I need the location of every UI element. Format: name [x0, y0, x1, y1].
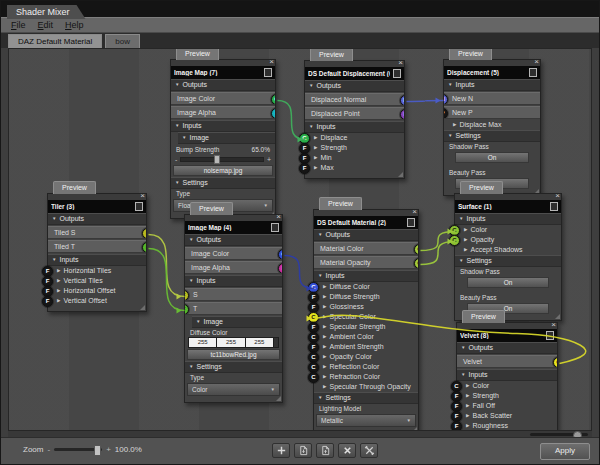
close-icon[interactable]: ×	[398, 59, 403, 67]
section-outputs[interactable]: ▼Outputs	[457, 342, 557, 354]
node-ds-default-material-2[interactable]: Preview×DS Default Material (2)▼OutputsM…	[313, 209, 419, 431]
apply-button[interactable]: Apply	[540, 443, 590, 460]
preview-tab[interactable]: Preview	[449, 48, 492, 60]
node-title-bar[interactable]: Surface (1)	[455, 200, 561, 213]
section-image[interactable]: ▼Image	[192, 316, 282, 328]
close-icon[interactable]: ×	[551, 321, 556, 329]
menu-edit[interactable]: Edit	[32, 20, 60, 30]
connector-n3s[interactable]: F	[142, 228, 146, 239]
dropdown-color[interactable]: Color▼	[187, 383, 280, 396]
import-button[interactable]	[294, 443, 312, 458]
connector-n4s[interactable]: F	[185, 290, 189, 301]
value-spinner[interactable]	[274, 338, 278, 347]
node-displacement-5[interactable]: Preview×Displacement (5)▼InputsNew NNNew…	[443, 59, 541, 196]
close-icon[interactable]: ×	[140, 192, 145, 200]
connector-n5newp[interactable]: P	[444, 108, 448, 119]
on-button[interactable]: On	[467, 277, 550, 288]
section-inputs[interactable]: ▼Inputs	[444, 79, 540, 91]
resize-grip[interactable]	[305, 173, 404, 178]
node-title-bar[interactable]: Tiler (3)	[48, 200, 146, 213]
node-options-icon[interactable]	[407, 218, 415, 227]
section-outputs[interactable]: ▼Outputs	[171, 79, 275, 91]
tab-daz-default-material[interactable]: DAZ Default Material	[8, 34, 102, 48]
delete-button[interactable]	[338, 443, 356, 458]
connector[interactable]: C	[308, 372, 319, 383]
color-value[interactable]: 255	[217, 338, 244, 347]
close-icon[interactable]: ×	[534, 58, 539, 66]
node-tiler-3[interactable]: Preview×Tiler (3)▼OutputsTiled SFTiled T…	[47, 193, 147, 312]
node-ds-default-displacement-6[interactable]: Preview×DS Default Displacement (6)▼Outp…	[304, 60, 405, 179]
dropdown-metallic[interactable]: Metallic▼	[316, 414, 416, 427]
section-outputs[interactable]: ▼Outputs	[314, 229, 418, 241]
node-image-map-7[interactable]: Preview×Image Map (7)▼OutputsImage Color…	[170, 59, 276, 219]
section-settings[interactable]: ▼Settings	[444, 130, 540, 142]
section-inputs[interactable]: ▼Inputs	[48, 254, 146, 266]
section-settings[interactable]: ▼Settings	[455, 255, 561, 267]
connector-n6point[interactable]: P	[400, 109, 404, 120]
slider-minus[interactable]: -	[175, 156, 177, 163]
connector-n8velvet[interactable]: C	[553, 357, 557, 368]
section-inputs[interactable]: ▼Inputs	[185, 275, 282, 287]
zoom-plus[interactable]: +	[106, 445, 111, 454]
scrollbar-track[interactable]	[530, 433, 588, 436]
close-icon[interactable]: ×	[555, 192, 560, 200]
connector-n4alpha[interactable]: F	[278, 263, 282, 274]
zoom-slider[interactable]	[54, 448, 102, 451]
slider-thumb[interactable]	[214, 155, 220, 164]
resize-grip[interactable]	[185, 397, 282, 402]
connector-n6norm[interactable]: N	[400, 95, 404, 106]
section-settings[interactable]: ▼Settings	[185, 361, 282, 373]
section-inputs[interactable]: ▼Inputs	[171, 120, 275, 132]
section-outputs[interactable]: ▼Outputs	[305, 80, 404, 92]
connector[interactable]: F	[299, 163, 310, 174]
connector-im7alpha[interactable]: F	[271, 108, 275, 119]
preview-tab[interactable]: Preview	[176, 48, 219, 60]
node-image-map-4[interactable]: Preview×Image Map (4)▼OutputsImage Color…	[184, 214, 283, 403]
section-inputs[interactable]: ▼Inputs	[457, 369, 557, 381]
tools-button[interactable]	[360, 443, 378, 458]
noisemap-jpg-button[interactable]: noisemap.jpg	[173, 165, 273, 176]
node-options-icon[interactable]	[264, 68, 272, 77]
close-icon[interactable]: ×	[276, 213, 281, 221]
preview-tab[interactable]: Preview	[319, 197, 362, 210]
preview-tab[interactable]: Preview	[310, 48, 353, 61]
connector-n5newn[interactable]: N	[444, 94, 448, 105]
node-velvet-8[interactable]: Preview×Velvet (8)▼OutputsVelvetC▼Inputs…	[456, 322, 558, 431]
node-title-bar[interactable]: Image Map (7)	[171, 66, 275, 79]
menu-file[interactable]: File	[5, 20, 32, 30]
on-button[interactable]: On	[455, 152, 530, 163]
connector-n1opacity[interactable]: C	[449, 235, 460, 246]
export-button[interactable]	[316, 443, 334, 458]
node-options-icon[interactable]	[529, 68, 537, 77]
connector[interactable]: F	[451, 421, 462, 431]
add-button[interactable]	[272, 443, 290, 458]
zoom-minus[interactable]: -	[47, 445, 50, 454]
node-title-bar[interactable]: DS Default Displacement (6)	[305, 67, 404, 80]
preview-tab[interactable]: Preview	[460, 181, 503, 194]
close-icon[interactable]: ×	[412, 208, 417, 216]
node-options-icon[interactable]	[135, 202, 143, 211]
connector-n3t[interactable]: F	[142, 242, 146, 253]
node-title-bar[interactable]: Displacement (5)	[444, 66, 540, 79]
section-settings[interactable]: ▼Settings	[171, 177, 275, 189]
slider-plus[interactable]: +	[267, 156, 271, 163]
node-options-icon[interactable]	[550, 202, 558, 211]
connector-n2mcolor[interactable]: C	[414, 244, 418, 255]
section-image[interactable]: ▼Image	[178, 132, 275, 144]
connector[interactable]: F	[42, 296, 53, 307]
section-outputs[interactable]: ▼Outputs	[48, 213, 146, 225]
zoom-slider-thumb[interactable]	[94, 445, 101, 456]
title-bar[interactable]: Shader Mixer	[1, 1, 599, 17]
node-options-icon[interactable]	[393, 69, 401, 78]
node-canvas[interactable]: Preview×Image Map (7)▼OutputsImage Color…	[8, 48, 592, 431]
connector-n4t[interactable]: F	[185, 304, 189, 315]
section-inputs[interactable]: ▼Inputs	[305, 121, 404, 133]
slider-track[interactable]	[180, 157, 264, 162]
section-inputs[interactable]: ▼Inputs	[455, 213, 561, 225]
menu-help[interactable]: Help	[59, 20, 90, 30]
connector-im7color[interactable]: C	[271, 94, 275, 105]
section-outputs[interactable]: ▼Outputs	[185, 234, 282, 246]
color-value[interactable]: 255	[246, 338, 273, 347]
node-title-bar[interactable]: DS Default Material (2)	[314, 216, 418, 229]
tab-bow[interactable]: bow	[105, 34, 140, 48]
